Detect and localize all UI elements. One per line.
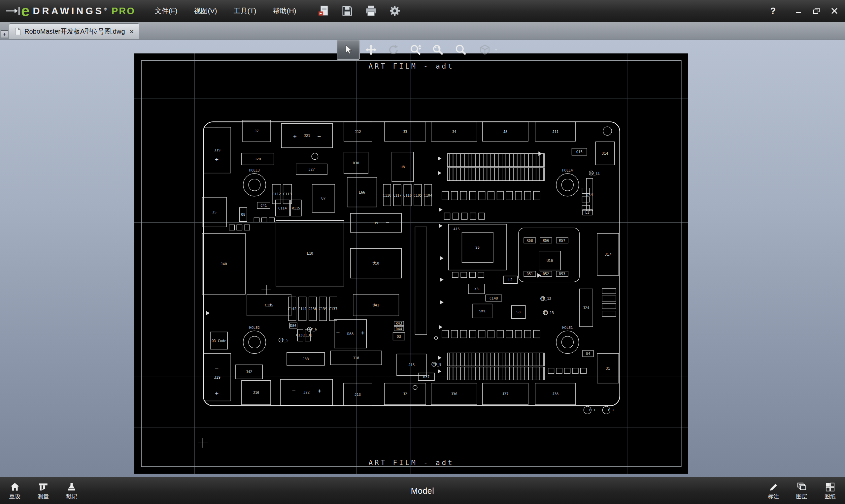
tab-close-icon[interactable]: × [130, 28, 134, 35]
reset-label: 重设 [9, 493, 20, 500]
layers-label: 图层 [796, 493, 807, 500]
measure-button[interactable]: 测量 [31, 482, 55, 500]
polarity-sign: − [292, 387, 296, 394]
passive-part [478, 272, 484, 277]
zoom-fit-button[interactable] [450, 40, 472, 59]
passive-part [525, 330, 531, 338]
close-button[interactable] [827, 4, 842, 17]
passive-part [444, 213, 450, 219]
component-label: J38 [552, 392, 559, 396]
zoom-window-icon [432, 43, 445, 56]
pin-header-bar [447, 167, 544, 180]
tab-bar: + RoboMaster开发板A型位号图.dwg × [0, 22, 845, 40]
component-label: J29 [214, 375, 221, 380]
component-label: C141 [298, 307, 307, 311]
restore-icon [813, 7, 821, 15]
sheets-button[interactable]: 图纸 [818, 482, 842, 500]
passive-part [497, 191, 504, 200]
sheets-label: 图纸 [825, 493, 836, 500]
save-button[interactable] [340, 3, 355, 18]
polarity-sign: − [317, 133, 321, 140]
polarity-mark [440, 300, 444, 304]
passive-part [452, 272, 458, 277]
component-label: J4 [452, 130, 456, 134]
new-tab-button[interactable]: + [1, 30, 8, 38]
component-label: J21 [304, 133, 310, 138]
zoom-in-out-icon [410, 43, 422, 56]
component-label: J15 [408, 363, 415, 367]
open-button[interactable] [316, 3, 331, 18]
select-tool-button[interactable] [337, 40, 360, 60]
caliper-icon [38, 482, 49, 492]
mounting-hole-inner [561, 179, 573, 191]
component-label: J5 [212, 210, 216, 214]
component-label: U7 [321, 196, 326, 200]
component-label: J12 [355, 130, 361, 134]
passive-part [534, 330, 540, 338]
window-controls: ? [766, 4, 845, 17]
passive-part [479, 213, 485, 219]
mounting-hole [556, 331, 579, 354]
rotate-tool-button[interactable] [382, 40, 405, 59]
restore-button[interactable] [809, 4, 824, 17]
print-button[interactable] [364, 3, 379, 18]
passive-part [237, 224, 242, 230]
component-label: C113 [283, 192, 292, 196]
passive-part [488, 330, 494, 338]
component-label: Q4 [586, 352, 590, 356]
polarity-sign: + [318, 387, 321, 394]
select-cursor-icon [342, 44, 354, 55]
drawing-canvas[interactable]: ART FILM - adtART FILM - adtHOLE3HOLE4HO… [134, 53, 688, 474]
component-label: J36 [451, 392, 457, 396]
view-orientation-button[interactable] [472, 40, 505, 59]
passive-part [442, 191, 448, 200]
component-label: J1 [606, 366, 610, 371]
menu-file[interactable]: 文件(F) [146, 0, 186, 22]
polarity-mark [439, 325, 442, 329]
passive-part [451, 330, 458, 338]
component-label: L10 [307, 251, 313, 256]
passive-part [564, 368, 570, 373]
minimize-button[interactable] [792, 4, 806, 17]
document-tab[interactable]: RoboMaster开发板A型位号图.dwg × [9, 23, 139, 39]
free-label: A15 [454, 227, 460, 231]
passive-part [479, 330, 485, 338]
passive-part [469, 191, 476, 200]
passive-part [573, 368, 578, 373]
component-label: C131 [304, 333, 312, 338]
component-label: C116 [403, 193, 412, 198]
mounting-hole [243, 174, 266, 196]
polarity-sign: − [215, 364, 218, 372]
component-label: R37 [423, 375, 429, 379]
art-film-footer: ART FILM - adt [369, 458, 454, 467]
menu-help[interactable]: 帮助(H) [264, 0, 304, 22]
view-toolbar [337, 40, 505, 60]
zoom-in-out-button[interactable] [405, 40, 427, 59]
layers-button[interactable]: 图层 [790, 482, 814, 500]
hole-label: HOLE4 [562, 168, 573, 173]
markup-button[interactable]: 标注 [761, 482, 786, 500]
passive-part [442, 330, 448, 338]
test-point-label: TP_11 [589, 171, 600, 176]
stamp-button[interactable]: 戳记 [59, 482, 84, 500]
menu-view[interactable]: 视图(V) [186, 0, 226, 22]
polarity-sign: − [386, 219, 389, 226]
open-icon [317, 4, 330, 17]
component-label: J11 [552, 130, 559, 134]
component-label: C117 [393, 193, 402, 198]
menu-tools[interactable]: 工具(T) [226, 0, 265, 22]
test-point-label: TP_13 [543, 311, 554, 315]
component-label: J16 [253, 391, 259, 395]
pan-tool-button[interactable] [360, 40, 382, 59]
component-label: D88 [347, 332, 353, 336]
zoom-window-button[interactable] [427, 40, 450, 59]
reset-button[interactable]: 重设 [3, 482, 27, 500]
polarity-mark [438, 171, 441, 175]
help-button[interactable]: ? [766, 4, 780, 17]
settings-button[interactable] [387, 3, 402, 18]
component-label: J7 [254, 129, 259, 133]
save-icon [341, 4, 354, 17]
component-label: Q15 [576, 150, 583, 154]
component-label: C130 [296, 333, 305, 338]
component-label: J22 [303, 390, 310, 395]
